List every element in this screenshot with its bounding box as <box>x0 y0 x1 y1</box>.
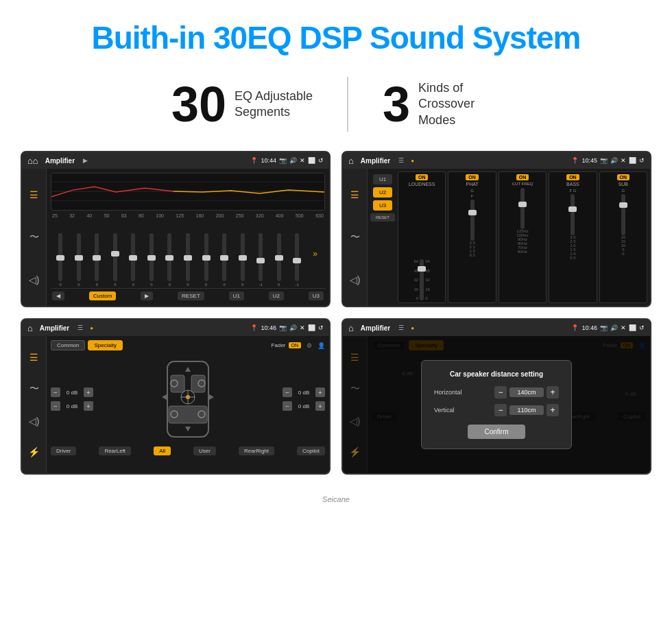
eq-u2-btn[interactable]: U2 <box>269 291 284 300</box>
dialog-minus-horizontal[interactable]: − <box>494 386 507 398</box>
vol-icon-dialog[interactable]: 🔊 <box>610 324 618 331</box>
eq-reset-btn[interactable]: RESET <box>178 291 204 300</box>
eq-graph <box>51 173 325 211</box>
eq-play-btn[interactable]: ▶ <box>141 291 153 300</box>
home-icon-crossover[interactable]: ⌂ <box>348 156 354 166</box>
eq-u3-btn[interactable]: U3 <box>309 291 324 300</box>
dialog-ctrl-horizontal: − 140cm + <box>494 386 559 398</box>
zone-all-btn[interactable]: All <box>154 446 171 455</box>
eq-sidebar-eq-icon[interactable]: ☰ <box>29 189 38 200</box>
eq-slider-11: -1 <box>252 233 269 287</box>
db-plus-tr[interactable]: + <box>315 387 325 397</box>
spk-sidebar-vol-icon[interactable]: ◁) <box>29 416 40 427</box>
db-minus-tr[interactable]: − <box>283 387 292 397</box>
distance-dialog: Car speaker distance setting Horizontal … <box>421 360 572 449</box>
window-icon-dialog[interactable]: ⬜ <box>629 324 636 331</box>
ch-sub-on[interactable]: ON <box>617 174 630 180</box>
status-title-speaker: Amplifier <box>40 324 69 332</box>
home-icon-eq[interactable]: ⌂ <box>27 156 38 166</box>
crossover-u2-btn[interactable]: U2 <box>373 187 392 198</box>
spk-specialty-btn[interactable]: Specialty <box>88 340 122 350</box>
eq-slider-8: 0 <box>197 233 215 287</box>
ch-cutfreq-on[interactable]: ON <box>516 174 529 180</box>
play-icon-eq[interactable]: ▶ <box>83 157 88 164</box>
zone-driver-btn[interactable]: Driver <box>51 446 76 455</box>
crossover-sidebar-wave-icon[interactable]: 〜 <box>350 231 360 243</box>
speaker-sidebar: ☰ 〜 ◁) ⚡ <box>22 336 47 473</box>
db-minus-br[interactable]: − <box>283 401 292 411</box>
window-icon-speaker[interactable]: ⬜ <box>308 324 315 331</box>
back-icon-crossover[interactable]: ↺ <box>639 157 645 164</box>
status-bar-eq: ⌂ Amplifier ▶ 📍 10:44 📷 🔊 ✕ ⬜ ↺ <box>22 152 329 169</box>
fader-slider-icon[interactable]: ⚙ <box>307 342 312 349</box>
dialog-val-vertical: 110cm <box>509 405 544 415</box>
dialog-title: Car speaker distance setting <box>434 370 559 378</box>
zone-user-btn[interactable]: User <box>193 446 216 455</box>
car-diagram-container <box>96 355 280 444</box>
eq-slider-2: 0 <box>88 233 106 287</box>
eq-sidebar-wave-icon[interactable]: 〜 <box>29 231 39 243</box>
crossover-reset-btn[interactable]: RESET <box>370 213 395 222</box>
back-icon-eq[interactable]: ↺ <box>318 157 324 164</box>
crossover-sidebar-vol-icon[interactable]: ◁) <box>350 274 361 285</box>
db-plus-br[interactable]: + <box>315 401 325 411</box>
eq-custom-btn[interactable]: Custom <box>89 291 117 300</box>
speaker-main: Common Specialty Fader ON ⚙ 👤 − 0 dB <box>47 336 329 473</box>
time-crossover: 10:45 <box>581 157 597 164</box>
db-val-tr: 0 dB <box>294 390 313 396</box>
home-icon-dialog[interactable]: ⌂ <box>348 323 354 333</box>
eq-freq-labels: 2532 4050 6380 100125 160200 250320 4005… <box>51 213 325 218</box>
spk-sidebar-eq-icon[interactable]: ☰ <box>29 352 38 363</box>
db-plus-bl[interactable]: + <box>84 401 93 411</box>
back-icon-speaker[interactable]: ↺ <box>318 324 324 331</box>
eq-slider-3: 5 <box>107 233 124 287</box>
vol-icon-speaker[interactable]: 🔊 <box>289 324 297 331</box>
x-icon-dialog[interactable]: ✕ <box>621 324 626 331</box>
eq-icon-dialog[interactable]: ☰ <box>398 324 404 331</box>
ch-phat-on[interactable]: ON <box>466 174 479 180</box>
eq-slider-12: 0 <box>270 233 287 287</box>
confirm-button[interactable]: Confirm <box>468 425 525 439</box>
zone-rearleft-btn[interactable]: RearLeft <box>99 446 131 455</box>
spk-sidebar-bt-icon[interactable]: ⚡ <box>28 446 40 457</box>
ch-bass-on[interactable]: ON <box>566 174 579 180</box>
ch-loudness-on[interactable]: ON <box>416 174 429 180</box>
crossover-sidebar-eq-icon[interactable]: ☰ <box>350 189 359 200</box>
eq-icon-crossover[interactable]: ☰ <box>398 157 404 164</box>
home-icon-speaker[interactable]: ⌂ <box>27 323 33 333</box>
x-icon-eq[interactable]: ✕ <box>300 157 305 164</box>
vol-icon-crossover[interactable]: 🔊 <box>610 157 618 164</box>
eq-content: ☰ 〜 ◁) <box>22 169 329 306</box>
eq-sidebar-vol-icon[interactable]: ◁) <box>29 274 40 285</box>
db-minus-tl[interactable]: − <box>51 387 60 397</box>
zone-copilot-btn[interactable]: Copilot <box>297 446 325 455</box>
zone-rearright-btn[interactable]: RearRight <box>239 446 274 455</box>
db-minus-bl[interactable]: − <box>51 401 60 411</box>
spk-common-btn[interactable]: Common <box>51 340 85 350</box>
crossover-u3-btn[interactable]: U3 <box>373 200 392 211</box>
svg-marker-14 <box>162 394 167 400</box>
crossover-u1-btn[interactable]: U1 <box>373 174 392 184</box>
x-icon-crossover[interactable]: ✕ <box>621 157 626 164</box>
eq-slider-5: 0 <box>143 233 160 287</box>
db-ctrl-tl: − 0 dB + <box>51 387 93 397</box>
status-bar-crossover: ⌂ Amplifier ☰ ● 📍 10:45 📷 🔊 ✕ ⬜ ↺ <box>343 152 650 169</box>
eq-u1-btn[interactable]: U1 <box>229 291 244 300</box>
vol-icon-eq[interactable]: 🔊 <box>289 157 297 164</box>
back-icon-dialog[interactable]: ↺ <box>639 324 645 331</box>
dialog-minus-vertical[interactable]: − <box>494 404 507 416</box>
db-plus-tl[interactable]: + <box>84 387 93 397</box>
status-bar-dialog: ⌂ Amplifier ☰ ● 📍 10:46 📷 🔊 ✕ ⬜ ↺ <box>343 320 650 336</box>
eq-slider-expand[interactable]: » <box>307 249 324 259</box>
dialog-plus-vertical[interactable]: + <box>547 404 559 416</box>
window-icon-crossover[interactable]: ⬜ <box>629 157 636 164</box>
eq-prev-btn[interactable]: ◀ <box>52 291 64 300</box>
window-icon-eq[interactable]: ⬜ <box>308 157 315 164</box>
eq-slider-13: -1 <box>289 233 306 287</box>
eq-slider-9: 0 <box>216 233 233 287</box>
x-icon-speaker[interactable]: ✕ <box>300 324 305 331</box>
dialog-plus-horizontal[interactable]: + <box>547 386 559 398</box>
eq-sidebar: ☰ 〜 ◁) <box>22 169 47 306</box>
eq-icon-speaker[interactable]: ☰ <box>77 324 83 331</box>
spk-sidebar-wave-icon[interactable]: 〜 <box>29 383 39 395</box>
